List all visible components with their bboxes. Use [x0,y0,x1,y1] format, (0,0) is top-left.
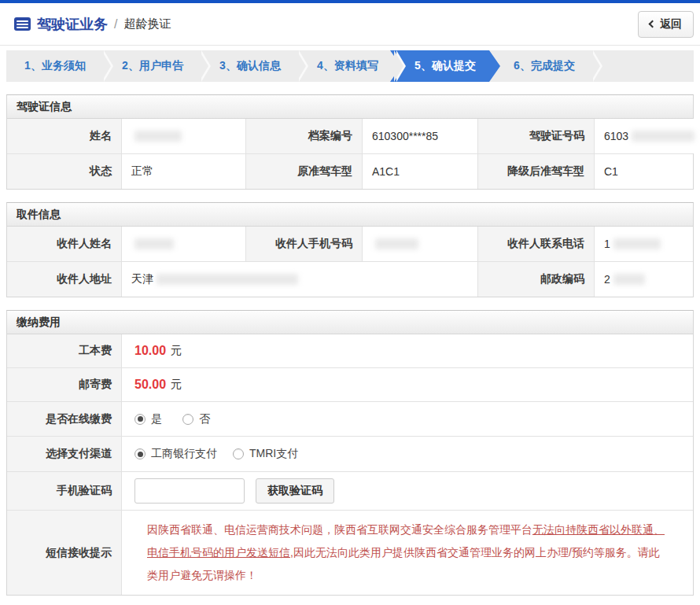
fee-amount: 50.00 [134,378,166,392]
radio-online-no[interactable]: 否 [182,412,210,426]
value-recipient-address: 天津 [121,262,477,297]
label-online-payment: 是否在线缴费 [7,402,121,436]
section-title: 取件信息 [7,203,693,227]
step-4-fill-materials[interactable]: 4、资料填写 [299,50,396,82]
step-bar-filler [593,50,694,82]
sms-code-controls: 获取验证码 [121,472,693,510]
label-workmanship-fee: 工本费 [7,334,121,367]
back-button[interactable]: 返回 [638,11,694,38]
get-code-button[interactable]: 获取验证码 [256,478,334,504]
label-recipient-mobile: 收件人手机号码 [245,227,362,261]
label-postal-code: 邮政编码 [477,262,594,297]
value-recipient-name [121,227,245,261]
step-wizard: 1、业务须知 2、用户申告 3、确认信息 4、资料填写 5、确认提交 6、完成提… [6,50,694,82]
step-2-user-declaration[interactable]: 2、用户申告 [104,50,201,82]
label-file-number: 档案编号 [245,119,362,153]
section-title: 驾驶证信息 [7,95,693,119]
redacted-value [157,274,298,285]
redacted-value [375,238,418,249]
label-status: 状态 [7,154,121,189]
redacted-value [134,238,174,249]
fee-unit: 元 [171,378,182,392]
radio-unselected-icon [233,448,244,459]
label-sms-code: 手机验证码 [7,472,121,510]
step-3-confirm-info[interactable]: 3、确认信息 [201,50,299,82]
label-recipient-address: 收件人地址 [7,262,121,297]
step-1-business-notice[interactable]: 1、业务须知 [6,50,104,82]
redacted-value [613,274,645,285]
sms-code-row: 手机验证码 获取验证码 [7,471,693,510]
table-row: 姓名 档案编号 610300****85 驾驶证号码 6103 [7,119,693,153]
value-postage-fee: 50.00元 [121,368,693,401]
radio-unselected-icon [182,414,193,425]
value-file-number: 610300****85 [362,119,477,153]
label-license-number: 驾驶证号码 [477,119,594,153]
payment-channel-options: 工商银行支付 TMRI支付 [121,437,693,471]
radio-online-yes[interactable]: 是 [134,412,162,426]
breadcrumb: 驾驶证业务 / 超龄换证 [14,15,638,34]
label-recipient-name: 收件人姓名 [7,227,121,261]
warning-text: 因陕西省联通、电信运营商技术问题，陕西省互联网交通安全综合服务管理平台无法向持陕… [134,514,680,592]
label-downgraded-class: 降级后准驾车型 [477,154,594,189]
back-button-label: 返回 [660,17,682,31]
table-row: 状态 正常 原准驾车型 A1C1 降级后准驾车型 C1 [7,153,693,189]
page-header: 驾驶证业务 / 超龄换证 返回 [0,3,700,46]
label-recipient-phone: 收件人联系电话 [477,227,594,261]
page-title: 驾驶证业务 [37,15,108,34]
value-postal-code: 2 [594,262,693,297]
label-postage-fee: 邮寄费 [7,368,121,401]
table-row: 收件人姓名 收件人手机号码 收件人联系电话 1 [7,227,693,261]
section-payment: 缴纳费用 工本费 10.00元 邮寄费 50.00元 是否在线缴费 是 否 [6,310,694,596]
section-title: 缴纳费用 [7,311,693,334]
section-pickup-info: 取件信息 收件人姓名 收件人手机号码 收件人联系电话 1 收件人地址 天津 邮政… [6,202,694,297]
page-subtitle: 超龄换证 [123,17,171,31]
value-name [121,119,245,153]
breadcrumb-divider: / [114,17,117,31]
label-name: 姓名 [7,119,121,153]
fee-row-postage: 邮寄费 50.00元 [7,367,693,401]
list-icon [14,17,31,31]
label-payment-channel: 选择支付渠道 [7,437,121,471]
chevron-left-icon [649,20,657,28]
label-original-class: 原准驾车型 [245,154,362,189]
table-row: 收件人地址 天津 邮政编码 2 [7,261,693,297]
value-recipient-phone: 1 [594,227,693,261]
fee-amount: 10.00 [134,344,166,358]
value-status: 正常 [121,154,245,189]
fee-row-workmanship: 工本费 10.00元 [7,334,693,367]
sms-notice-row: 短信接收提示 因陕西省联通、电信运营商技术问题，陕西省互联网交通安全综合服务管理… [7,510,693,595]
radio-selected-icon [134,414,146,425]
step-6-complete-submit[interactable]: 6、完成提交 [496,50,593,82]
value-workmanship-fee: 10.00元 [121,334,693,367]
value-original-class: A1C1 [362,154,477,189]
sms-notice-content: 因陕西省联通、电信运营商技术问题，陕西省互联网交通安全综合服务管理平台无法向持陕… [121,511,693,595]
section-license-info: 驾驶证信息 姓名 档案编号 610300****85 驾驶证号码 6103 状态… [6,94,694,190]
sms-code-input[interactable] [134,478,245,504]
label-sms-notice: 短信接收提示 [7,511,121,595]
redacted-value [134,131,182,142]
redacted-value [632,131,694,142]
payment-channel-row: 选择支付渠道 工商银行支付 TMRI支付 [7,436,693,471]
redacted-value [613,238,661,249]
value-recipient-mobile [362,227,477,261]
online-payment-row: 是否在线缴费 是 否 [7,401,693,436]
radio-selected-icon [134,448,146,459]
radio-tmri-pay[interactable]: TMRI支付 [233,447,298,461]
step-5-confirm-submit[interactable]: 5、确认提交 [390,50,500,82]
radio-icbc-pay[interactable]: 工商银行支付 [134,447,217,461]
fee-unit: 元 [171,344,182,358]
value-downgraded-class: C1 [594,154,693,189]
online-payment-options: 是 否 [121,402,693,436]
value-license-number: 6103 [594,119,700,153]
